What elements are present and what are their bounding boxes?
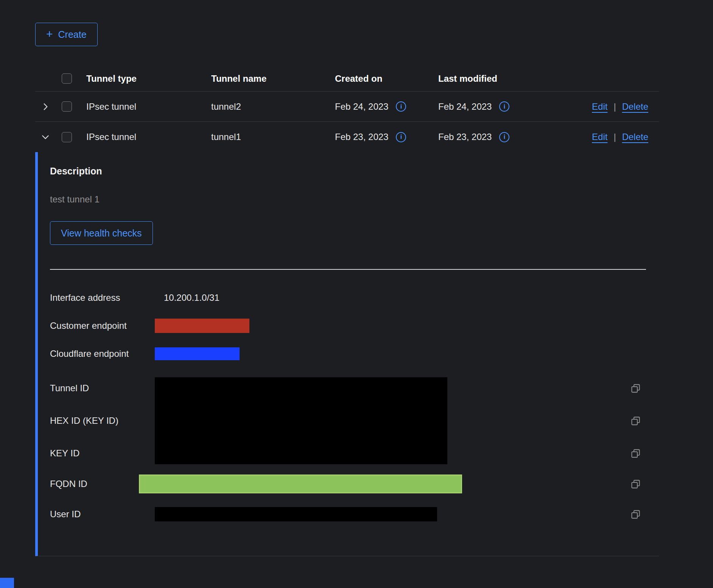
description-value: test tunnel 1	[50, 194, 659, 205]
row-checkbox[interactable]	[62, 101, 72, 112]
ipsec-tunnels-page: + Create Tunnel type Tunnel name Created…	[35, 23, 659, 556]
actions-separator: |	[613, 101, 616, 112]
copy-icon[interactable]	[630, 479, 641, 489]
edit-link[interactable]: Edit	[592, 132, 607, 142]
copy-icon[interactable]	[630, 416, 641, 426]
tunnel-detail-panel: Description test tunnel 1 View health ch…	[35, 152, 659, 556]
chevron-down-icon[interactable]	[40, 132, 50, 142]
interface-address-value: 10.200.1.0/31	[164, 292, 220, 303]
created-on-cell: Feb 23, 2023	[335, 132, 388, 142]
field-fqdn-id: FQDN ID	[50, 473, 659, 495]
copy-icon[interactable]	[630, 448, 641, 459]
interface-address-label: Interface address	[50, 292, 155, 303]
field-interface-address: Interface address 10.200.1.0/31	[50, 288, 659, 308]
id-fields-group: Tunnel ID HEX ID (KEY ID) KEY ID	[50, 372, 659, 470]
actions-separator: |	[613, 132, 616, 142]
tunnel-name-cell: tunnel2	[211, 101, 241, 112]
tunnels-table: Tunnel type Tunnel name Created on Last …	[35, 66, 659, 556]
fqdn-id-redacted-value	[139, 474, 462, 493]
col-header-tunnel-name: Tunnel name	[211, 73, 266, 84]
create-button-label: Create	[58, 29, 87, 40]
table-header-row: Tunnel type Tunnel name Created on Last …	[35, 66, 659, 92]
table-row: IPsec tunnel tunnel2 Feb 24, 2023 i Feb …	[35, 92, 659, 122]
tunnel-fields: Interface address 10.200.1.0/31 Customer…	[50, 288, 659, 524]
tunnel-type-cell: IPsec tunnel	[86, 132, 136, 142]
divider	[50, 269, 646, 270]
customer-endpoint-redacted-value	[155, 319, 249, 333]
tunnel-ids-redacted-value	[155, 377, 447, 464]
info-icon[interactable]: i	[499, 101, 509, 112]
key-id-label: KEY ID	[50, 448, 155, 459]
edit-link[interactable]: Edit	[592, 101, 607, 112]
last-modified-cell: Feb 23, 2023	[438, 132, 492, 142]
view-health-checks-button[interactable]: View health checks	[50, 221, 153, 245]
view-health-checks-label: View health checks	[61, 228, 142, 239]
tunnel-name-cell: tunnel1	[211, 132, 241, 142]
cloudflare-endpoint-label: Cloudflare endpoint	[50, 348, 155, 359]
create-button[interactable]: + Create	[35, 23, 98, 46]
info-icon[interactable]: i	[499, 132, 509, 142]
copy-icon[interactable]	[630, 509, 641, 520]
tunnel-id-label: Tunnel ID	[50, 383, 155, 394]
field-cloudflare-endpoint: Cloudflare endpoint	[50, 344, 659, 364]
tunnel-type-cell: IPsec tunnel	[86, 101, 136, 112]
field-user-id: User ID	[50, 504, 659, 524]
col-header-last-modified: Last modified	[438, 73, 497, 84]
info-icon[interactable]: i	[396, 132, 406, 142]
table-row: IPsec tunnel tunnel1 Feb 23, 2023 i Feb …	[35, 122, 659, 152]
delete-link[interactable]: Delete	[622, 132, 648, 142]
cloudflare-endpoint-redacted-value	[155, 347, 240, 360]
hex-id-label: HEX ID (KEY ID)	[50, 415, 155, 426]
plus-icon: +	[46, 28, 53, 40]
chevron-right-icon[interactable]	[40, 102, 50, 112]
info-icon[interactable]: i	[396, 101, 406, 112]
created-on-cell: Feb 24, 2023	[335, 101, 388, 112]
col-header-created-on: Created on	[335, 73, 382, 84]
col-header-tunnel-type: Tunnel type	[86, 73, 137, 84]
description-label: Description	[50, 166, 659, 177]
row-checkbox[interactable]	[62, 132, 72, 142]
select-all-checkbox[interactable]	[62, 73, 72, 84]
customer-endpoint-label: Customer endpoint	[50, 320, 155, 331]
user-id-redacted-value	[155, 507, 437, 521]
copy-icon[interactable]	[630, 383, 641, 394]
delete-link[interactable]: Delete	[622, 101, 648, 112]
last-modified-cell: Feb 24, 2023	[438, 101, 492, 112]
user-id-label: User ID	[50, 509, 155, 520]
bottom-left-accent-fragment	[0, 578, 14, 588]
field-customer-endpoint: Customer endpoint	[50, 316, 659, 336]
